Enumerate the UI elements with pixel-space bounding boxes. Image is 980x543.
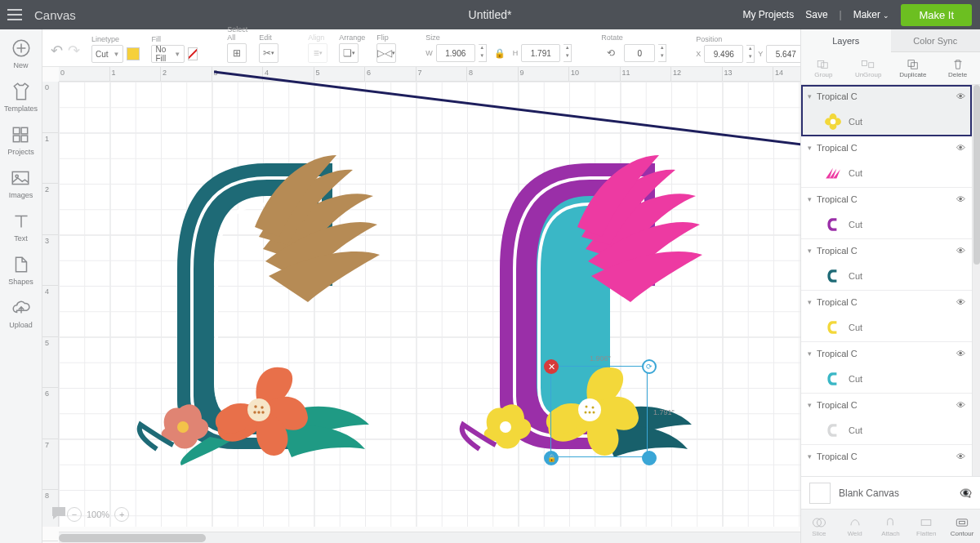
arrange-menu-button[interactable]: ❏▾ — [339, 43, 359, 63]
layer-group[interactable]: ▾Tropical C👁Cut — [801, 342, 972, 394]
chevron-down-icon[interactable]: ▾ — [808, 247, 812, 255]
select-all-button[interactable]: ⊞ — [227, 43, 247, 63]
layer-child[interactable]: Cut — [801, 365, 972, 393]
chevron-down-icon[interactable]: ▾ — [808, 452, 812, 461]
make-it-button[interactable]: Make It — [901, 4, 972, 26]
visibility-toggle-icon[interactable]: 👁 — [956, 400, 965, 410]
hamburger-menu-button[interactable] — [0, 0, 29, 29]
layers-list[interactable]: ▾Tropical C👁Cut▾Tropical C👁Cut▾Tropical … — [801, 85, 972, 476]
artwork-tropical-c-left[interactable] — [136, 155, 381, 465]
width-stepper[interactable]: ▲▼ — [479, 44, 487, 62]
zoom-in-button[interactable]: + — [114, 507, 129, 522]
layer-group[interactable]: ▾Tropical C👁Cut — [801, 85, 972, 136]
project-title[interactable]: Untitled* — [469, 8, 512, 21]
projects-tool[interactable]: Projects — [7, 124, 34, 156]
canvas-grid[interactable]: ✕ ⟳ 🔒 1.906" 1.791" — [59, 82, 800, 527]
layers-scrollbar[interactable] — [972, 85, 980, 476]
pos-x-stepper[interactable]: ▲▼ — [746, 45, 755, 63]
tab-layers[interactable]: Layers — [801, 29, 891, 52]
images-tool[interactable]: Images — [9, 167, 33, 199]
visibility-toggle-icon[interactable]: 👁 — [956, 91, 965, 101]
fill-swatch[interactable] — [188, 47, 198, 60]
layer-group[interactable]: ▾Tropical C👁Cut — [801, 136, 972, 188]
layer-child[interactable]: Cut — [801, 314, 972, 341]
layer-header[interactable]: ▾Tropical C👁 — [801, 85, 972, 108]
height-stepper[interactable]: ▲▼ — [564, 44, 572, 62]
layer-header[interactable]: ▾Tropical C👁 — [801, 342, 972, 365]
save-button[interactable]: Save — [805, 9, 827, 20]
visibility-toggle-icon[interactable]: 👁 — [956, 349, 965, 358]
blank-canvas-row[interactable]: Blank Canvas 👁‍🗨 — [801, 476, 980, 509]
selection-rotate-handle[interactable]: ⟳ — [642, 359, 657, 374]
layer-child[interactable]: Cut — [801, 262, 972, 290]
feedback-icon[interactable] — [49, 504, 69, 523]
text-tool[interactable]: Text — [11, 211, 32, 243]
visibility-toggle-icon[interactable]: 👁 — [956, 297, 965, 307]
visibility-toggle-icon[interactable]: 👁 — [956, 194, 965, 204]
layer-group[interactable]: ▾Tropical C👁Cut — [801, 291, 972, 342]
layer-group[interactable]: ▾Tropical C👁Cut — [801, 239, 972, 291]
visibility-toggle-icon[interactable]: 👁 — [956, 143, 965, 153]
weld-button[interactable]: Weld — [837, 510, 873, 543]
chevron-down-icon[interactable]: ▾ — [808, 298, 812, 306]
delete-button[interactable]: Delete — [935, 52, 980, 84]
lock-aspect-icon[interactable]: 🔒 — [490, 43, 510, 63]
layer-group[interactable]: ▾Tropical C👁Cut — [801, 188, 972, 239]
layer-header[interactable]: ▾Tropical C👁 — [801, 291, 972, 314]
layer-group[interactable]: ▾Tropical C👁Cut — [801, 445, 972, 476]
layer-header[interactable]: ▾Tropical C👁 — [801, 394, 972, 416]
align-menu-button[interactable]: ≡▾ — [308, 43, 327, 63]
machine-selector[interactable]: Maker ⌄ — [853, 9, 890, 20]
visibility-toggle-icon[interactable]: 👁 — [956, 452, 965, 461]
layer-header[interactable]: ▾Tropical C👁 — [801, 136, 972, 159]
shapes-tool[interactable]: Shapes — [8, 254, 33, 286]
slice-button[interactable]: Slice — [801, 510, 837, 543]
upload-tool[interactable]: Upload — [9, 297, 33, 329]
layer-child[interactable]: Cut — [801, 159, 972, 187]
flip-menu-button[interactable]: ▷◁▾ — [376, 43, 396, 63]
templates-tool[interactable]: Templates — [4, 81, 38, 113]
zoom-out-button[interactable]: − — [67, 507, 82, 522]
ungroup-button[interactable]: UnGroup — [846, 52, 891, 84]
layer-header[interactable]: ▾Tropical C👁 — [801, 239, 972, 262]
undo-button[interactable]: ↶ — [51, 42, 63, 60]
layer-child[interactable]: Cut — [801, 211, 972, 238]
chevron-down-icon[interactable]: ▾ — [808, 92, 812, 100]
attach-button[interactable]: Attach — [873, 510, 909, 543]
flatten-button[interactable]: Flatten — [908, 510, 944, 543]
contour-button[interactable]: Contour — [944, 510, 980, 543]
redo-button[interactable]: ↷ — [68, 42, 80, 60]
horizontal-scrollbar[interactable] — [59, 532, 800, 543]
width-input[interactable] — [436, 44, 475, 62]
canvas-color-swatch[interactable] — [809, 483, 831, 504]
height-input[interactable] — [521, 44, 560, 62]
my-projects-link[interactable]: My Projects — [743, 9, 795, 20]
new-tool[interactable]: New — [11, 38, 32, 69]
layer-child[interactable]: Cut — [801, 468, 972, 476]
edit-menu-button[interactable]: ✂▾ — [259, 43, 278, 63]
canvas-area[interactable]: 01234567891011121314 012345678 — [42, 67, 800, 543]
chevron-down-icon[interactable]: ▾ — [808, 349, 812, 358]
group-button[interactable]: Group — [801, 52, 846, 84]
chevron-down-icon[interactable]: ▾ — [808, 401, 812, 409]
visibility-toggle-icon[interactable]: 👁 — [956, 246, 965, 256]
layer-group[interactable]: ▾Tropical C👁Cut — [801, 394, 972, 445]
layer-child[interactable]: Cut — [801, 416, 972, 444]
rotate-input[interactable] — [624, 44, 655, 62]
layer-header[interactable]: ▾Tropical C👁 — [801, 445, 972, 468]
layer-header[interactable]: ▾Tropical C👁 — [801, 188, 972, 211]
rotate-stepper[interactable]: ▲▼ — [658, 44, 666, 62]
canvas-visibility-icon[interactable]: 👁‍🗨 — [960, 487, 972, 499]
fill-select[interactable]: No Fill▼ — [151, 45, 185, 63]
chevron-down-icon[interactable]: ▾ — [808, 195, 812, 203]
selection-resize-handle[interactable] — [642, 451, 657, 465]
layer-child[interactable]: Cut — [801, 108, 972, 136]
selection-delete-button[interactable]: ✕ — [544, 359, 559, 374]
tab-color-sync[interactable]: Color Sync — [891, 29, 981, 52]
pos-x-input[interactable] — [704, 45, 743, 63]
selection-lock-handle[interactable]: 🔒 — [544, 451, 559, 465]
chevron-down-icon[interactable]: ▾ — [808, 144, 812, 152]
duplicate-button[interactable]: Duplicate — [891, 52, 936, 84]
linetype-select[interactable]: Cut▼ — [91, 45, 123, 63]
selection-box[interactable] — [550, 366, 648, 457]
